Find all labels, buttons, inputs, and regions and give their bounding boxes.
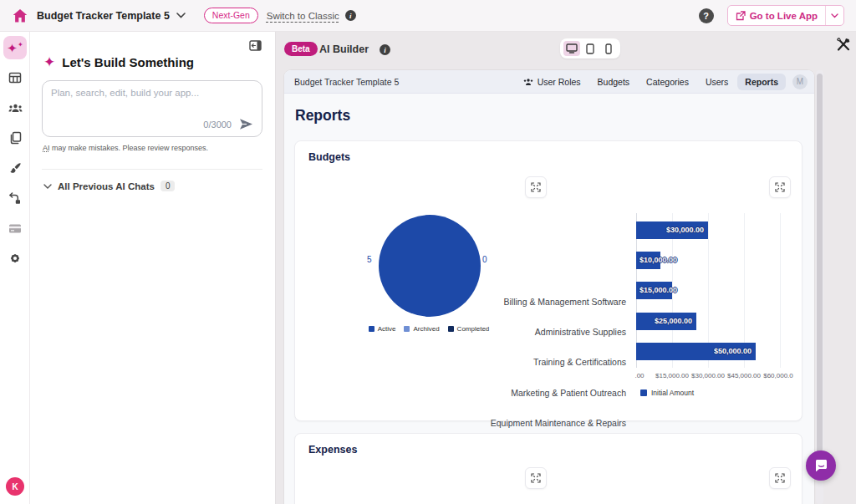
preview-user-avatar[interactable]: M xyxy=(792,74,808,89)
sparkle-icon: ✦ xyxy=(43,55,55,69)
char-counter: 0/3000 xyxy=(203,120,232,130)
home-icon[interactable] xyxy=(10,6,30,26)
copy-pages-icon xyxy=(9,131,22,145)
expand-expenses-left-button[interactable] xyxy=(525,467,547,489)
preview-app-header: Budget Tracker Template 5 User Roles Bud… xyxy=(284,70,814,94)
app-root: Budget Tracker Template 5 Next-Gen Switc… xyxy=(0,0,856,504)
preview-app-name: Budget Tracker Template 5 xyxy=(294,77,399,87)
ai-prompt-box: 0/3000 xyxy=(42,80,262,137)
account-avatar[interactable]: K xyxy=(6,477,24,496)
bar-legend[interactable]: Initial Amount xyxy=(571,389,763,397)
chat-bubble-icon xyxy=(814,459,828,473)
ai-disclaimer: AI may make mistakes. Please review resp… xyxy=(43,144,208,152)
desktop-view-button[interactable] xyxy=(563,41,580,56)
go-to-live-app-label: Go to Live App xyxy=(750,11,818,21)
switch-to-classic-link[interactable]: Switch to Classic xyxy=(267,11,339,21)
left-icon-rail: ✦✦ xyxy=(0,32,30,504)
app-preview-frame: Budget Tracker Template 5 User Roles Bud… xyxy=(284,70,814,504)
beta-badge: Beta xyxy=(284,42,318,56)
chevron-down-icon xyxy=(43,184,52,189)
preview-scrollbar[interactable] xyxy=(816,70,823,504)
sparkles-icon: ✦✦ xyxy=(7,42,23,54)
rail-item-pages[interactable] xyxy=(3,126,27,150)
bar-x-axis: .00 $15,000.00 $30,000.00 $45,000.00 $60… xyxy=(636,372,781,382)
nav-item-budgets[interactable]: Budgets xyxy=(590,74,638,90)
bar-admin-supplies[interactable]: $10,000.00 xyxy=(636,252,660,269)
page-title: Reports xyxy=(295,107,350,125)
send-icon[interactable] xyxy=(239,118,253,130)
tablet-icon xyxy=(586,43,594,54)
device-preview-toggles xyxy=(560,38,620,59)
preview-nav: User Roles Budgets Categories Users Repo… xyxy=(516,74,808,90)
divider xyxy=(42,169,262,170)
rail-item-styles[interactable] xyxy=(3,156,27,180)
table-icon xyxy=(8,71,22,84)
nav-item-users[interactable]: Users xyxy=(698,74,736,90)
expand-bar-chart-button[interactable] xyxy=(769,176,791,198)
previous-chats-toggle[interactable]: All Previous AI Chats 0 xyxy=(43,181,175,191)
rail-item-users[interactable] xyxy=(3,96,27,120)
live-app-caret[interactable] xyxy=(825,6,843,25)
rail-item-workflows[interactable] xyxy=(3,186,27,210)
expenses-card-title: Expenses xyxy=(308,444,357,456)
next-gen-badge: Next-Gen xyxy=(204,8,258,23)
credit-card-icon xyxy=(8,223,22,234)
app-switcher-chevron-icon[interactable] xyxy=(176,13,186,18)
rail-item-settings[interactable] xyxy=(3,247,27,270)
classic-info-icon[interactable]: i xyxy=(345,10,356,21)
collapse-panel-icon[interactable] xyxy=(249,40,262,51)
mobile-view-button[interactable] xyxy=(600,41,617,56)
ai-chat-panel: ✦ Let's Build Something 0/3000 AI may ma… xyxy=(30,32,276,504)
ai-prompt-input[interactable] xyxy=(51,88,252,116)
top-bar: Budget Tracker Template 5 Next-Gen Switc… xyxy=(0,0,856,32)
flow-connector-icon xyxy=(8,192,22,205)
paintbrush-icon xyxy=(9,162,22,175)
maximize-icon xyxy=(531,182,541,192)
budgets-bar-chart[interactable]: $30,000.00 $10,000.00 $15,000.00 $25,000… xyxy=(636,213,781,368)
bar-marketing[interactable]: $25,000.00 xyxy=(636,313,696,330)
nav-item-user-roles[interactable]: User Roles xyxy=(516,74,588,90)
go-to-live-app-button[interactable]: Go to Live App xyxy=(727,5,844,26)
nav-item-categories[interactable]: Categories xyxy=(639,74,696,90)
mobile-icon xyxy=(605,43,612,54)
tablet-view-button[interactable] xyxy=(582,41,599,56)
maximize-icon xyxy=(531,473,541,483)
category-label: Billing & Management Software xyxy=(298,293,626,311)
bar-billing[interactable]: $30,000.00 xyxy=(636,221,708,239)
bar-category-labels: Billing & Management Software Administra… xyxy=(303,213,631,368)
nav-item-reports[interactable]: Reports xyxy=(737,74,786,90)
builder-title: AI Builder xyxy=(319,43,369,55)
users-group-icon xyxy=(8,102,23,115)
previous-chats-count-badge: 0 xyxy=(160,181,176,191)
gear-icon xyxy=(8,252,22,265)
chat-launcher-button[interactable] xyxy=(806,451,836,481)
category-label: Training & Certifications xyxy=(298,354,626,371)
bar-equipment[interactable]: $50,000.00 xyxy=(636,343,756,360)
desktop-icon xyxy=(566,43,578,53)
expand-pie-chart-button[interactable] xyxy=(525,176,547,198)
panel-heading: Let's Build Something xyxy=(62,55,194,69)
maximize-icon xyxy=(775,182,785,192)
maximize-icon xyxy=(775,473,785,483)
rail-item-billing[interactable] xyxy=(3,216,27,240)
help-icon[interactable]: ? xyxy=(699,8,714,23)
expenses-card: Expenses xyxy=(294,433,802,504)
bar-training[interactable]: $15,000.00 xyxy=(636,282,672,299)
user-roles-icon xyxy=(523,78,533,86)
budgets-card: Budgets 5 0 Active Archived Completed Bi… xyxy=(294,140,802,421)
budgets-card-title: Budgets xyxy=(308,151,350,163)
external-link-icon xyxy=(736,11,746,21)
category-label: Equipment Maintenance & Repairs xyxy=(298,415,626,432)
dev-tools-icon[interactable] xyxy=(836,37,853,53)
builder-info-icon[interactable]: i xyxy=(380,44,390,55)
rail-item-tables[interactable] xyxy=(3,66,27,89)
category-label: Administrative Supplies xyxy=(298,323,626,341)
expand-expenses-right-button[interactable] xyxy=(769,467,791,489)
previous-chats-label: All Previous AI Chats xyxy=(58,181,155,191)
scrollbar-thumb[interactable] xyxy=(817,74,823,466)
rail-item-ai-builder[interactable]: ✦✦ xyxy=(3,36,27,59)
app-title: Budget Tracker Template 5 xyxy=(37,10,170,22)
